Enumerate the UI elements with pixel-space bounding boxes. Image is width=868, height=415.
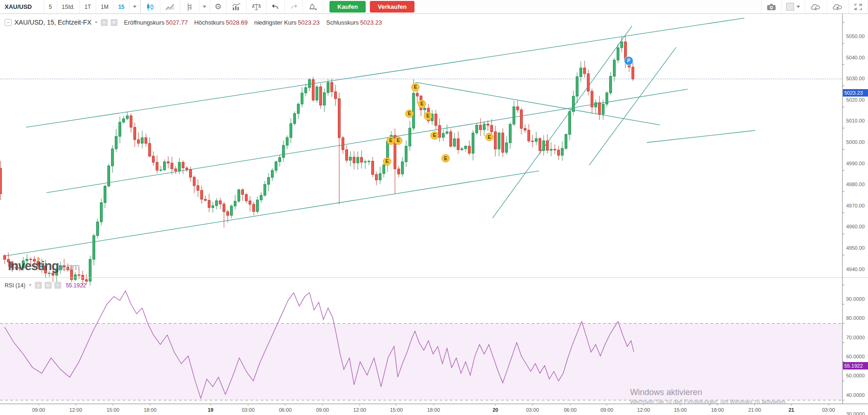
candle[interactable] [543, 141, 545, 150]
trendline-support-right[interactable] [647, 130, 755, 143]
candle[interactable] [190, 169, 192, 177]
candle[interactable] [234, 201, 237, 206]
candle[interactable] [323, 93, 326, 105]
chart-type-candles-button[interactable] [141, 0, 160, 13]
candle[interactable] [78, 275, 80, 275]
candle[interactable] [450, 132, 452, 146]
candle[interactable] [204, 199, 207, 200]
candle[interactable] [123, 119, 125, 122]
trendline-channel-top[interactable] [26, 18, 744, 127]
candle[interactable] [424, 108, 426, 110]
candle[interactable] [149, 143, 151, 156]
candle[interactable] [598, 103, 601, 114]
candle[interactable] [476, 125, 478, 133]
candle[interactable] [565, 135, 567, 149]
event-badge-e[interactable]: E [424, 112, 432, 120]
alert-button[interactable] [303, 0, 323, 13]
candle[interactable] [550, 149, 552, 150]
candle[interactable] [602, 104, 605, 114]
event-badge-e[interactable]: E [430, 131, 439, 140]
candle[interactable] [498, 133, 500, 149]
candle[interactable] [216, 201, 218, 206]
candle[interactable] [212, 206, 214, 208]
eye-icon[interactable]: ◎ [101, 19, 108, 26]
candle[interactable] [335, 92, 337, 99]
candle[interactable] [405, 146, 408, 162]
candle[interactable] [112, 149, 114, 166]
compare-dropdown[interactable] [199, 0, 210, 13]
settings-button[interactable]: ⚙ [210, 0, 227, 13]
candle[interactable] [0, 169, 2, 194]
candle[interactable] [457, 139, 460, 150]
candle[interactable] [152, 156, 155, 162]
buy-button[interactable]: Kaufen [329, 1, 366, 13]
candle[interactable] [104, 186, 106, 203]
candle[interactable] [145, 138, 147, 143]
candle[interactable] [372, 161, 374, 175]
chart-type-line-button[interactable] [160, 0, 180, 13]
candle[interactable] [439, 125, 441, 137]
trendline-descending-from-peak[interactable] [415, 82, 660, 125]
candle[interactable] [446, 132, 448, 133]
candle[interactable] [108, 166, 110, 186]
candle[interactable] [621, 42, 623, 48]
candle[interactable] [375, 175, 378, 180]
save-chart-button[interactable] [827, 0, 849, 13]
chevron-down-icon[interactable] [28, 285, 31, 286]
candle[interactable] [480, 125, 482, 130]
candle[interactable] [342, 138, 344, 150]
candle[interactable] [100, 203, 103, 222]
candle[interactable] [186, 168, 188, 169]
candle[interactable] [442, 133, 445, 137]
candle[interactable] [294, 114, 296, 124]
candle[interactable] [130, 116, 132, 127]
candle[interactable] [591, 91, 593, 107]
candle[interactable] [398, 169, 400, 174]
candle[interactable] [301, 93, 303, 104]
candle[interactable] [349, 157, 352, 160]
candle[interactable] [271, 170, 274, 177]
candle[interactable] [346, 150, 348, 161]
candle[interactable] [353, 157, 355, 162]
interval-1std[interactable]: 1Std. [57, 0, 80, 13]
candle[interactable] [506, 143, 508, 153]
load-chart-button[interactable] [805, 0, 827, 13]
candle[interactable] [230, 206, 233, 215]
candle[interactable] [554, 149, 556, 150]
event-badge-e[interactable]: E [411, 83, 420, 91]
candle[interactable] [175, 169, 177, 171]
collapse-pane-icon[interactable]: − [5, 19, 12, 26]
interval-15-selected[interactable]: 15 [113, 0, 129, 13]
candle[interactable] [253, 204, 255, 212]
candle[interactable] [297, 104, 300, 113]
candle[interactable] [409, 128, 411, 146]
candle[interactable] [617, 48, 619, 60]
candle[interactable] [312, 80, 315, 100]
candle[interactable] [502, 133, 504, 152]
candle[interactable] [156, 162, 158, 170]
layout-button[interactable] [782, 0, 805, 13]
interval-dropdown[interactable] [130, 0, 140, 13]
candle[interactable] [182, 162, 184, 168]
candle[interactable] [487, 124, 489, 125]
event-badge-e[interactable]: E [441, 154, 450, 162]
candle[interactable] [513, 107, 515, 124]
candle[interactable] [491, 125, 493, 132]
candle[interactable] [97, 222, 99, 236]
fullscreen-button[interactable] [849, 0, 868, 13]
candle[interactable] [134, 127, 136, 140]
candle[interactable] [141, 138, 144, 143]
gear-icon[interactable]: ⚙ [45, 282, 52, 289]
interval-5[interactable]: 5 [44, 0, 57, 13]
candle[interactable] [368, 161, 370, 162]
candle[interactable] [461, 149, 463, 149]
snapshot-button[interactable] [761, 0, 782, 13]
candle[interactable] [126, 116, 129, 118]
candle[interactable] [309, 80, 311, 88]
candle[interactable] [379, 174, 381, 180]
candle[interactable] [164, 162, 166, 170]
candle[interactable] [357, 157, 359, 163]
candle[interactable] [468, 146, 471, 153]
candle[interactable] [520, 110, 523, 129]
candle[interactable] [286, 137, 289, 145]
